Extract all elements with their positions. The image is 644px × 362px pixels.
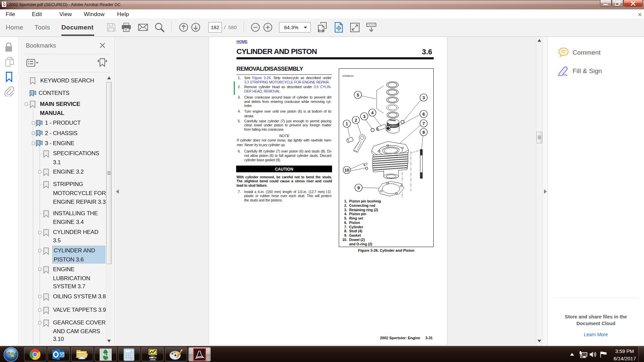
svg-text:2: 2	[355, 118, 357, 123]
svg-text:0: 0	[130, 350, 132, 353]
svg-text:8: 8	[422, 130, 425, 135]
svg-text:NJ: NJ	[103, 352, 109, 357]
svg-text:6: 6	[422, 112, 425, 117]
svg-text:9: 9	[357, 185, 360, 190]
svg-text:1: 1	[345, 121, 348, 126]
svg-text:3: 3	[422, 95, 425, 100]
svg-text:10: 10	[344, 168, 349, 173]
svg-text:5: 5	[357, 93, 359, 98]
svg-text:4: 4	[371, 110, 374, 115]
svg-text:7: 7	[422, 121, 425, 126]
svg-text:3: 3	[363, 114, 365, 119]
